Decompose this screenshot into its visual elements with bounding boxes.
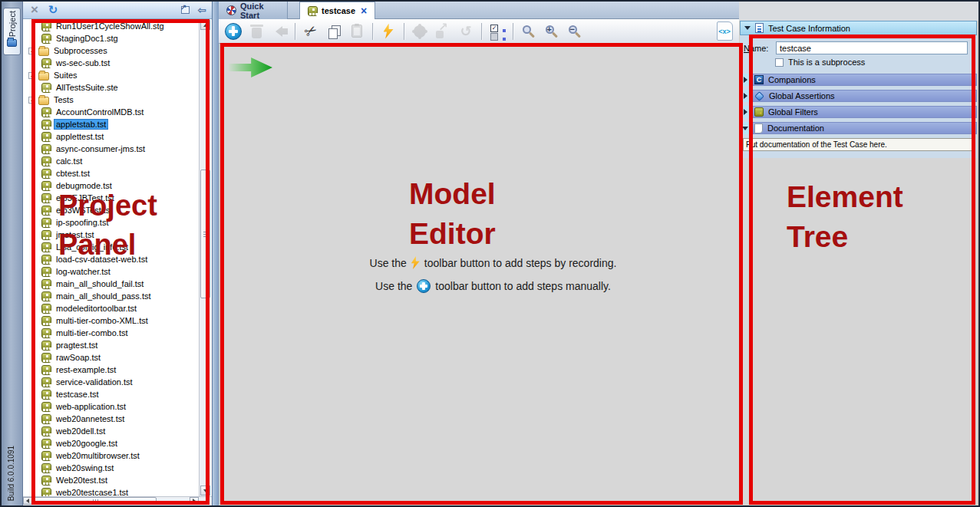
tree-item[interactable]: ip-spoofing.tst xyxy=(23,216,199,229)
refresh-button refresh-icon[interactable] xyxy=(46,3,60,17)
tree-item[interactable]: log-watcher.tst xyxy=(23,265,199,278)
expander-minus-icon[interactable]: - xyxy=(28,97,35,104)
tab-quick-start[interactable]: Quick Start xyxy=(219,2,288,19)
tree-item-label: web20swing.tst xyxy=(54,463,115,472)
chevron-down-icon[interactable] xyxy=(742,127,748,130)
documentation-textarea[interactable]: Put documentation of the Test Case here. xyxy=(743,138,972,151)
collapse-triangle-icon[interactable] xyxy=(744,26,751,30)
tst-file-icon xyxy=(41,132,51,142)
tree-item[interactable]: Web20test.tst xyxy=(23,474,199,486)
section-bar-documentation[interactable]: Documentation xyxy=(740,122,977,134)
settings-button[interactable] xyxy=(409,21,431,41)
tree-item[interactable]: applettest.tst xyxy=(23,130,199,143)
dock-panel-button dock-arrow-icon[interactable] xyxy=(195,3,209,17)
back-button[interactable] xyxy=(269,21,290,41)
tree-item[interactable]: -Subprocesses xyxy=(23,44,199,57)
tree-item[interactable]: ejb3EJBTest.tst xyxy=(23,192,199,204)
tree-item[interactable]: calc.tst xyxy=(23,155,199,167)
tree-item[interactable]: -Suites xyxy=(23,69,199,81)
tree-item[interactable]: main_all_should_pass.tst xyxy=(23,290,199,302)
app-window: Project Build 6.0.0.1091 Run1User1CycleS… xyxy=(0,0,980,507)
zoom-in-button[interactable] xyxy=(541,21,563,41)
section-bar-global-assertions[interactable]: Global Assertions xyxy=(740,90,977,102)
tree-item[interactable]: testcase.tst xyxy=(23,388,199,400)
chevron-right-icon[interactable] xyxy=(744,109,747,115)
tree-item[interactable]: rest-example.tst xyxy=(23,364,199,376)
tree-item[interactable]: ws-sec-sub.tst xyxy=(23,57,199,69)
scroll-right-button[interactable] xyxy=(190,497,199,505)
tree-item[interactable]: -Tests xyxy=(23,94,199,106)
revert-button[interactable]: ↺ xyxy=(455,21,477,41)
tree-item-label: async-consumer-jms.tst xyxy=(54,144,147,153)
tree-item[interactable]: web20testcase1.tst xyxy=(23,486,199,496)
tree-item[interactable]: web20dell.tst xyxy=(23,425,199,437)
tab-testcase[interactable]: testcase × xyxy=(299,2,375,19)
close-tab-icon[interactable]: × xyxy=(361,7,367,15)
toggle-details-button[interactable] xyxy=(487,21,508,41)
xml-source-button[interactable] xyxy=(714,21,735,41)
tree-item[interactable]: ejb3WSTest.tst xyxy=(23,204,199,216)
panel-splitter[interactable] xyxy=(213,2,219,505)
subprocess-checkbox[interactable] xyxy=(775,58,784,67)
tree-item[interactable]: web20swing.tst xyxy=(23,462,199,474)
close-panel-button close-icon[interactable] xyxy=(28,3,41,17)
zoom-minus-icon xyxy=(569,25,577,34)
tree-item-label: appletstab.tst xyxy=(54,120,107,129)
tree-item[interactable]: web20annetest.tst xyxy=(23,413,199,425)
tree-item[interactable]: AllTestsSuite.ste xyxy=(23,81,199,94)
test-case-name-input[interactable] xyxy=(776,41,968,54)
tree-item[interactable]: jmstest.tst xyxy=(23,229,199,241)
chevron-right-icon[interactable] xyxy=(744,77,747,83)
tree-item[interactable]: web20google.tst xyxy=(23,437,199,449)
export-button[interactable] xyxy=(432,21,454,41)
tree-item[interactable]: Run1User1CycleShowAll.stg xyxy=(23,20,199,32)
add-step-button[interactable] xyxy=(223,21,244,41)
record-button[interactable] xyxy=(378,21,399,41)
zoom-reset-button[interactable] xyxy=(518,21,539,41)
tree-item[interactable]: main_all_should_fail.tst xyxy=(23,278,199,290)
tree-item[interactable]: Lisa_config_info.tst xyxy=(23,241,199,253)
tree-item[interactable]: AccountControlMDB.tst xyxy=(23,106,199,118)
tree-item[interactable]: multi-tier-combo.tst xyxy=(23,327,199,339)
section-bar-companions[interactable]: CCompanions xyxy=(740,74,977,86)
project-dock-tab[interactable]: Project xyxy=(3,8,21,55)
section-header[interactable]: Global Assertions xyxy=(751,90,977,102)
test-case-information-header[interactable]: Test Case Information xyxy=(740,21,977,35)
tree-item-label: debugmode.tst xyxy=(54,181,114,190)
tree-item[interactable]: StagingDoc1.stg xyxy=(23,32,199,44)
section-header[interactable]: CCompanions xyxy=(751,74,977,86)
tree-item[interactable]: service-validation.tst xyxy=(23,376,199,388)
section-header[interactable]: →Global Filters xyxy=(751,106,977,118)
cut-button[interactable]: ✂ xyxy=(300,21,322,41)
scroll-down-button[interactable] xyxy=(200,486,210,495)
tree-item[interactable]: pragtest.tst xyxy=(23,339,199,351)
tree-item[interactable]: modeleditortoolbar.tst xyxy=(23,302,199,314)
vertical-scroll-thumb[interactable] xyxy=(200,170,210,298)
model-editor-canvas[interactable]: Use thetoolbar button to add steps by re… xyxy=(219,44,739,505)
copy-button[interactable] xyxy=(323,21,345,41)
tree-item[interactable]: multi-tier-combo-XML.tst xyxy=(23,314,199,327)
tree-item[interactable]: rawSoap.tst xyxy=(23,351,199,364)
tree-horizontal-scrollbar[interactable] xyxy=(23,496,212,505)
scroll-left-button[interactable] xyxy=(23,497,32,505)
section-bar-global-filters[interactable]: →Global Filters xyxy=(740,106,977,118)
horizontal-scroll-thumb[interactable] xyxy=(34,497,157,505)
tree-item[interactable]: web20multibrowser.tst xyxy=(23,449,199,462)
tree-item[interactable]: debugmode.tst xyxy=(23,179,199,192)
tree-item[interactable]: load-csv-dataset-web.tst xyxy=(23,253,199,265)
expander-minus-icon[interactable]: - xyxy=(28,72,35,79)
paste-button[interactable] xyxy=(346,21,368,41)
expander-minus-icon[interactable]: - xyxy=(28,48,35,54)
tree-vertical-scrollbar[interactable] xyxy=(199,19,211,496)
section-header[interactable]: Documentation xyxy=(751,122,977,134)
tree-item[interactable]: cbtest.tst xyxy=(23,167,199,179)
chevron-right-icon[interactable] xyxy=(744,93,747,99)
tst-file-icon xyxy=(41,242,51,252)
tree-item[interactable]: web-application.tst xyxy=(23,400,199,413)
delete-step-button[interactable] xyxy=(246,21,267,41)
tree-item[interactable]: async-consumer-jms.tst xyxy=(23,143,199,155)
zoom-out-button[interactable] xyxy=(564,21,586,41)
float-panel-button float-icon[interactable] xyxy=(178,3,192,17)
tree-item[interactable]: appletstab.tst xyxy=(23,118,199,130)
scroll-up-button[interactable] xyxy=(200,20,210,30)
